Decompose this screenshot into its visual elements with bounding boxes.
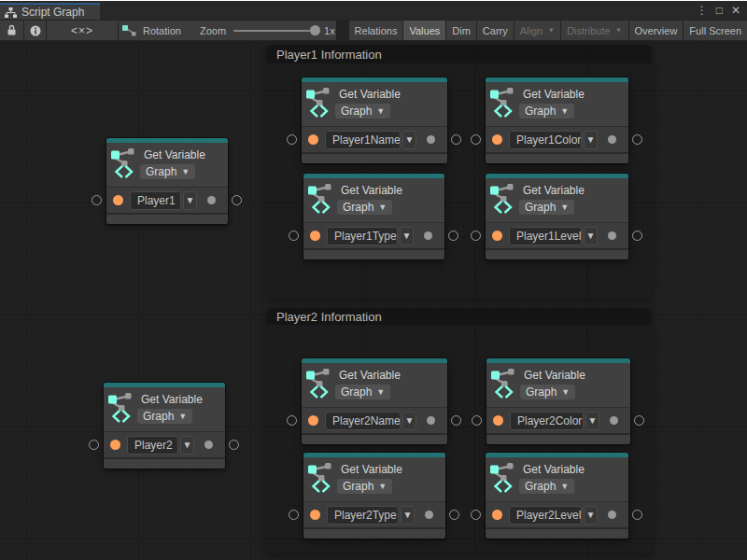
variable-name-field[interactable]: Player1: [130, 191, 181, 210]
graph-kind-dropdown[interactable]: Graph▼: [140, 164, 195, 179]
right-connection-ring[interactable]: [448, 231, 458, 241]
left-connection-ring[interactable]: [89, 440, 99, 450]
right-connection-ring[interactable]: [451, 134, 461, 145]
left-connection-ring[interactable]: [471, 134, 481, 145]
output-port[interactable]: [204, 441, 213, 449]
input-port[interactable]: [310, 231, 320, 241]
toolbar-button-full-screen[interactable]: Full Screen: [684, 21, 747, 40]
node-get-variable-player2level[interactable]: Get VariableGraph▼Player2Level▼: [486, 453, 628, 539]
graph-canvas[interactable]: Player1 InformationPlayer2 Information G…: [0, 41, 747, 560]
left-connection-ring[interactable]: [472, 415, 482, 426]
variable-dropdown-arrow[interactable]: ▼: [584, 506, 598, 525]
toolbar-button-align[interactable]: Align▼: [514, 21, 560, 40]
input-port[interactable]: [113, 195, 123, 205]
node-get-variable-player2[interactable]: Get VariableGraph▼Player2▼: [104, 383, 225, 469]
left-connection-ring[interactable]: [287, 134, 297, 145]
node-get-variable-player1level[interactable]: Get VariableGraph▼Player1Level▼: [486, 174, 628, 259]
right-connection-ring[interactable]: [632, 510, 642, 520]
graph-kind-dropdown[interactable]: Graph▼: [337, 479, 392, 494]
node-get-variable-player1name[interactable]: Get VariableGraph▼Player1Name▼: [302, 77, 447, 163]
variable-name-field[interactable]: Player1Color: [509, 131, 582, 149]
right-connection-ring[interactable]: [449, 510, 459, 520]
node-get-variable-player1type[interactable]: Get VariableGraph▼Player1Type▼: [303, 174, 444, 259]
input-port[interactable]: [492, 231, 502, 241]
left-connection-ring[interactable]: [471, 231, 481, 241]
output-port[interactable]: [427, 416, 435, 425]
input-port[interactable]: [492, 510, 502, 520]
left-connection-ring[interactable]: [289, 231, 299, 241]
graph-kind-dropdown[interactable]: Graph▼: [520, 385, 575, 399]
node-get-variable-player1[interactable]: Get VariableGraph▼Player1▼: [106, 138, 228, 224]
graph-kind-dropdown[interactable]: Graph▼: [337, 200, 392, 215]
variable-name-field[interactable]: Player2Level: [509, 506, 582, 525]
graph-kind-dropdown[interactable]: Graph▼: [335, 385, 390, 399]
output-port[interactable]: [608, 511, 616, 519]
node-get-variable-player1color[interactable]: Get VariableGraph▼Player1Color▼: [486, 77, 628, 163]
zoom-slider-knob[interactable]: [310, 25, 320, 35]
right-connection-ring[interactable]: [229, 440, 239, 450]
toolbar-button-dim[interactable]: Dim: [446, 21, 476, 40]
left-connection-ring[interactable]: [289, 510, 299, 520]
variable-name-field[interactable]: Player2Name: [325, 412, 401, 430]
left-connection-ring[interactable]: [471, 510, 481, 520]
variable-dropdown-arrow[interactable]: ▼: [584, 131, 598, 149]
output-port[interactable]: [427, 135, 435, 144]
input-port[interactable]: [308, 415, 318, 426]
input-port[interactable]: [308, 134, 318, 145]
node-header: Get VariableGraph▼: [303, 457, 445, 501]
graph-kind-dropdown[interactable]: Graph▼: [335, 104, 390, 119]
variable-dropdown-arrow[interactable]: ▼: [584, 227, 598, 245]
variable-dropdown-arrow[interactable]: ▼: [402, 131, 416, 149]
info-button[interactable]: [24, 21, 46, 40]
variable-name-field[interactable]: Player1Type: [327, 227, 398, 245]
graph-kind-dropdown[interactable]: Graph▼: [519, 479, 574, 494]
zoom-slider[interactable]: [233, 30, 312, 32]
right-connection-ring[interactable]: [632, 231, 642, 241]
input-port[interactable]: [493, 415, 503, 426]
graph-icon: [5, 7, 17, 18]
variable-dropdown-arrow[interactable]: ▼: [585, 412, 599, 430]
node-get-variable-player2type[interactable]: Get VariableGraph▼Player2Type▼: [303, 453, 445, 539]
variable-dropdown-arrow[interactable]: ▼: [183, 191, 197, 210]
variable-name-field[interactable]: Player1Level: [509, 227, 582, 245]
left-connection-ring[interactable]: [287, 415, 297, 426]
node-get-variable-player2name[interactable]: Get VariableGraph▼Player2Name▼: [302, 358, 447, 444]
variable-name-field[interactable]: Player2: [127, 436, 178, 455]
output-port[interactable]: [610, 416, 618, 425]
menu-icon[interactable]: ⋮: [697, 3, 708, 18]
variable-dropdown-arrow[interactable]: ▼: [402, 412, 416, 430]
lock-button[interactable]: [0, 21, 23, 40]
input-port[interactable]: [492, 134, 502, 145]
right-connection-ring[interactable]: [632, 134, 642, 145]
maximize-icon[interactable]: □: [716, 3, 723, 18]
input-port[interactable]: [310, 510, 320, 520]
output-port[interactable]: [425, 511, 433, 519]
variable-dropdown-arrow[interactable]: ▼: [400, 227, 414, 245]
tab-script-graph[interactable]: Script Graph: [0, 3, 100, 20]
left-connection-ring[interactable]: [92, 195, 102, 205]
graph-kind-dropdown[interactable]: Graph▼: [137, 409, 192, 424]
variable-name-field[interactable]: Player1Name: [325, 131, 401, 149]
output-port[interactable]: [608, 135, 616, 144]
toolbar-button-distribute[interactable]: Distribute▼: [561, 21, 627, 40]
output-port[interactable]: [424, 231, 432, 240]
toolbar-button-values[interactable]: Values: [403, 21, 445, 40]
variable-name-field[interactable]: Player2Color: [510, 412, 584, 430]
graph-kind-dropdown[interactable]: Graph▼: [519, 200, 574, 215]
toolbar-button-relations[interactable]: Relations: [349, 21, 403, 40]
variable-dropdown-arrow[interactable]: ▼: [401, 506, 415, 525]
variable-dropdown-arrow[interactable]: ▼: [180, 436, 194, 455]
insert-unit-button[interactable]: <×>: [47, 21, 118, 40]
variable-name-field[interactable]: Player2Type: [327, 506, 399, 525]
right-connection-ring[interactable]: [451, 415, 461, 426]
output-port[interactable]: [608, 231, 616, 240]
node-get-variable-player2color[interactable]: Get VariableGraph▼Player2Color▼: [486, 358, 630, 444]
toolbar-button-carry[interactable]: Carry: [477, 21, 514, 40]
input-port[interactable]: [110, 440, 120, 450]
toolbar-button-overview[interactable]: Overview: [629, 21, 684, 40]
close-icon[interactable]: ✕: [731, 3, 740, 18]
graph-kind-dropdown[interactable]: Graph▼: [519, 104, 574, 119]
right-connection-ring[interactable]: [232, 195, 242, 205]
right-connection-ring[interactable]: [634, 415, 644, 426]
output-port[interactable]: [207, 196, 216, 204]
